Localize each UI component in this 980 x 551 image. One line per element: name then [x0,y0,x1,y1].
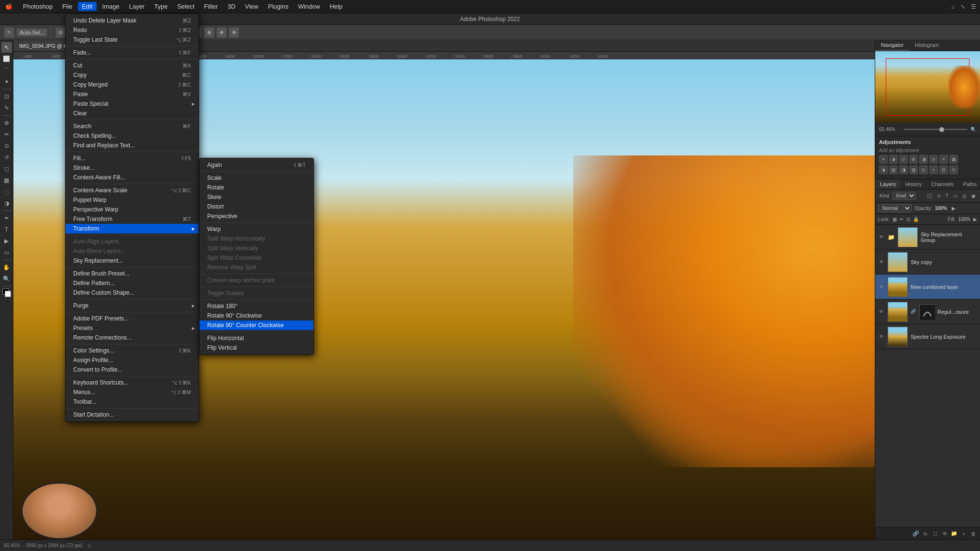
menu-free-transform[interactable]: Free Transform⌘T [66,214,199,224]
transform-again[interactable]: Again⇧⌘T [200,160,313,170]
transform-perspective[interactable]: Perspective [200,211,313,221]
tool-text[interactable]: T [1,224,12,235]
menu-paste-special[interactable]: Paste Special [66,99,199,109]
menu-copy-merged[interactable]: Copy Merged⇧⌘C [66,80,199,89]
menu-layer[interactable]: Layer [125,2,149,11]
layers-new-btn[interactable]: + [960,530,968,538]
tool-eyedropper[interactable]: ✎ [1,103,12,113]
menu-undo[interactable]: Undo Delete Layer Mask⌘Z [66,16,199,25]
tool-path-select[interactable]: ▶ [1,236,12,246]
menu-file[interactable]: File [58,2,76,11]
tool-eraser[interactable]: ◻ [1,164,12,174]
menu-keyboard-shortcuts[interactable]: Keyboard Shortcuts...⌥⇧⌘K [66,378,199,387]
adj-color-lookup[interactable]: ▦ [949,155,958,164]
layer-item-regul[interactable]: 👁 🔗 Regul...osure [875,299,980,324]
tool-shape[interactable]: ▭ [1,247,12,258]
layer-eye-combined[interactable]: 👁 [878,284,885,290]
auto-select-btn[interactable]: Auto-Sel... [16,28,47,37]
menu-puppet-warp[interactable]: Puppet Warp [66,195,199,205]
layers-tab-history[interactable]: History [901,179,926,189]
tool-dodge[interactable]: ◑ [1,198,12,209]
menu-select[interactable]: Select [173,2,198,11]
layers-filter-type[interactable]: T [944,193,950,199]
menu-image[interactable]: Image [99,2,123,11]
transform-warp[interactable]: Warp [200,224,313,234]
menu-bar-icon-3[interactable]: ☰ [971,3,976,10]
menu-purge[interactable]: Purge [66,301,199,310]
menu-bar-icon-2[interactable]: ⤡ [960,3,965,10]
layer-eye-sky-copy[interactable]: 👁 [878,259,885,265]
menu-paste[interactable]: Paste⌘V [66,89,199,99]
adj-channel-mixer[interactable]: ≡ [939,155,948,164]
lock-transparent[interactable]: ▦ [892,217,897,222]
menu-content-aware-scale[interactable]: Content-Aware Scale⌥⇧⌘C [66,186,199,195]
tool-blur[interactable]: ◌ [1,187,12,197]
transform-rotate-ccw[interactable]: Rotate 90° Counter Clockwise [200,320,313,330]
menu-copy[interactable]: Copy⌘C [66,70,199,80]
menu-toolbar[interactable]: Toolbar... [66,397,199,407]
menu-view[interactable]: View [241,2,262,11]
tool-history-brush[interactable]: ↺ [1,152,12,163]
adj-hue-sat[interactable]: ⊙ [899,155,908,164]
lock-paint[interactable]: ✏ [900,217,903,222]
menu-photoshop[interactable]: Photoshop [19,2,56,11]
apple-menu[interactable]: 🍎 [4,2,13,11]
menu-plugins[interactable]: Plugins [264,2,292,11]
adj-selective-color[interactable]: ◎ [919,165,928,174]
menu-filter[interactable]: Filter [200,2,222,11]
tool-brush[interactable]: ✏ [1,129,12,140]
menu-start-dictation[interactable]: Start Dictation... [66,410,199,419]
layer-eye-sky-group[interactable]: 👁 [878,234,885,241]
tab-histogram[interactable]: Histogram [909,40,945,51]
tool-zoom[interactable]: 🔍 [1,274,12,284]
menu-search[interactable]: Search⌘F [66,121,199,131]
color-swatch[interactable] [2,288,11,297]
layer-eye-spectre[interactable]: 👁 [878,333,885,340]
menu-define-brush[interactable]: Define Brush Preset... [66,269,199,278]
layer-item-spectre[interactable]: 👁 Spectre Long Exposure [875,324,980,349]
menu-define-custom-shape[interactable]: Define Custom Shape... [66,288,199,298]
adj-color-balance[interactable]: ⊞ [909,155,918,164]
menu-help[interactable]: Help [326,2,346,11]
menu-check-spell[interactable]: Check Spelling... [66,131,199,141]
blend-mode-select[interactable]: Normal [878,204,912,212]
tab-navigator[interactable]: Navigator [875,40,909,51]
menu-redo[interactable]: Redo⇧⌘Z [66,25,199,35]
adj-threshold[interactable]: ◨ [899,165,908,174]
menu-pdf-presets[interactable]: Adobe PDF Presets... [66,314,199,323]
menu-color-settings[interactable]: Color Settings...⇧⌘K [66,346,199,355]
3d-slide-icon[interactable]: ⊕ [216,27,227,38]
tool-heal[interactable]: ⊕ [1,118,12,128]
menu-fill[interactable]: Fill...⇧F5 [66,154,199,163]
menu-perspective-warp[interactable]: Perspective Warp [66,205,199,214]
tool-clone[interactable]: ⊙ [1,141,12,151]
tool-gradient[interactable]: ▦ [1,175,12,186]
adj-posterize[interactable]: ▤ [889,165,898,174]
3d-walk-icon[interactable]: ⊕ [204,27,214,38]
tool-selection[interactable]: ⬜ [1,54,12,64]
tool-hand[interactable]: ✋ [1,262,12,273]
adj-brightness[interactable]: ☀ [879,155,888,164]
menu-presets[interactable]: Presets [66,323,199,333]
transform-distort[interactable]: Distort [200,202,313,211]
layers-filter-smart[interactable]: ◎ [961,193,968,199]
layers-filter-toggle[interactable]: ◉ [970,193,977,199]
layers-adj-btn[interactable]: ⊕ [941,530,948,538]
menu-assign-profile[interactable]: Assign Profile... [66,355,199,365]
layers-filter-adj[interactable]: ⊙ [935,193,942,199]
transform-rotate[interactable]: Rotate [200,183,313,192]
layers-delete-btn[interactable]: 🗑 [969,530,977,538]
menu-transform[interactable]: Transform [66,224,199,233]
adj-vibrance[interactable]: ◑ [889,155,898,164]
menu-sky-replacement[interactable]: Sky Replacement... [66,256,199,265]
menu-type[interactable]: Type [150,2,171,11]
menu-cut[interactable]: Cut⌘X [66,61,199,70]
adj-exposure[interactable]: ⊙ [949,165,958,174]
3d-scale-icon[interactable]: ⊕ [229,27,239,38]
menu-content-aware-fill[interactable]: Content-Aware Fill... [66,173,199,182]
adj-black-white[interactable]: ◨ [919,155,928,164]
menu-3d[interactable]: 3D [223,2,239,11]
menu-define-pattern[interactable]: Define Pattern... [66,278,199,288]
layers-filter-shape[interactable]: ▭ [952,193,959,199]
adj-gradient-map[interactable]: ▧ [909,165,918,174]
